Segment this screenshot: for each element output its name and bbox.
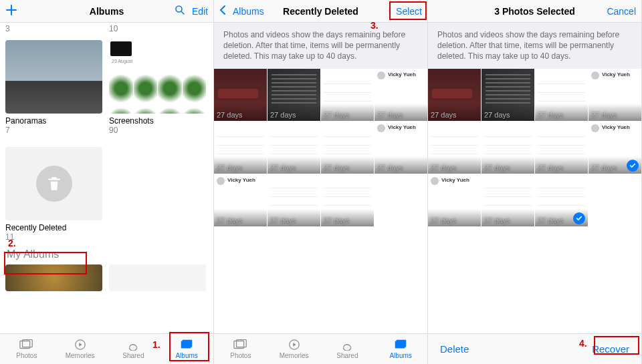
photo-cell[interactable]: 27 days [535, 174, 588, 226]
tab-label: Memories [280, 352, 309, 359]
photo-cell[interactable]: 27 daysVicky Yueh [214, 174, 267, 226]
album-count: 11 [5, 232, 102, 242]
recover-button[interactable]: Recover [592, 343, 629, 355]
tab-label: Memories [66, 352, 95, 359]
pane-albums: Albums Edit 3 10 Panoramas 7 [0, 0, 214, 364]
photo-cell[interactable]: 27 daysVicky Yueh [588, 122, 641, 174]
delete-button[interactable]: Delete [440, 343, 469, 355]
photo-cell[interactable]: 27 daysVicky Yueh [374, 122, 427, 174]
add-icon[interactable] [5, 4, 17, 18]
days-remaining-label: 27 days [538, 216, 564, 224]
days-remaining-label: 27 days [324, 111, 350, 119]
days-remaining-label: 27 days [324, 164, 350, 172]
tab-bar: Photos Memories Shared Albums [0, 333, 213, 364]
svg-rect-10 [397, 340, 407, 347]
chevron-left-icon [219, 5, 226, 17]
photo-cell[interactable]: 27 days [321, 122, 374, 174]
photo-cell[interactable]: 27 days [428, 122, 481, 174]
photo-cell[interactable]: 27 days [321, 69, 374, 121]
album-screenshots[interactable]: 23 August Screenshots 90 [109, 40, 206, 135]
contact-name-label: Vicky Yueh [602, 71, 630, 77]
photo-cell[interactable]: 27 days [481, 122, 534, 174]
selection-toolbar: Delete Recover [428, 333, 641, 364]
days-remaining-label: 27 days [591, 111, 617, 119]
info-banner: Photos and videos show the days remainin… [214, 23, 427, 69]
pane-selection: 3 Photos Selected Cancel Photos and vide… [428, 0, 642, 364]
my-album-tile[interactable] [5, 264, 102, 294]
days-remaining-label: 27 days [538, 164, 564, 172]
days-remaining-label: 27 days [377, 164, 403, 172]
cancel-button[interactable]: Cancel [607, 6, 636, 17]
contact-name-label: Vicky Yueh [227, 177, 255, 183]
tab-label: Albums [389, 352, 411, 359]
days-remaining-label: 27 days [431, 111, 457, 119]
days-remaining-label: 27 days [591, 164, 617, 172]
photo-cell[interactable]: 27 days [268, 69, 320, 121]
back-button[interactable]: Albums [219, 5, 264, 17]
trash-icon [36, 166, 72, 202]
days-remaining-label: 27 days [270, 111, 296, 119]
album-thumb [5, 264, 102, 291]
photo-cell[interactable]: 27 days [535, 122, 588, 174]
photo-cell[interactable]: 27 days [214, 122, 267, 174]
tab-label: Albums [175, 352, 197, 359]
tab-photos[interactable]: Photos [0, 334, 54, 364]
album-thumb [109, 264, 206, 291]
tab-label: Photos [16, 352, 37, 359]
photo-cell[interactable]: 27 days [428, 69, 481, 121]
contact-name-label: Vicky Yueh [602, 124, 630, 130]
nav-bar-recently-deleted: Albums Recently Deleted Select [214, 0, 427, 23]
days-remaining-label: 27 days [484, 164, 510, 172]
tab-albums[interactable]: Albums [374, 334, 427, 364]
photo-grid[interactable]: 27 days27 days27 days27 daysVicky Yueh27… [214, 69, 427, 333]
tab-photos[interactable]: Photos [214, 334, 268, 364]
photo-cell[interactable]: 27 daysVicky Yueh [428, 174, 481, 226]
album-panoramas[interactable]: Panoramas 7 [5, 40, 102, 135]
photo-cell[interactable]: 27 days [481, 69, 534, 121]
tab-memories[interactable]: Memories [268, 334, 321, 364]
album-tile[interactable]: 3 [5, 24, 102, 33]
days-remaining-label: 27 days [217, 164, 243, 172]
album-recently-deleted[interactable]: Recently Deleted 11 [5, 147, 102, 242]
pane-recently-deleted: Albums Recently Deleted Select Photos an… [214, 0, 428, 364]
album-count: 7 [5, 126, 102, 135]
photo-cell[interactable]: 27 days [268, 122, 320, 174]
my-album-tile[interactable] [109, 264, 206, 294]
edit-button[interactable]: Edit [192, 6, 208, 17]
days-remaining-label: 27 days [484, 216, 510, 224]
tab-shared[interactable]: Shared [321, 334, 374, 364]
album-thumb: 23 August [109, 40, 206, 114]
photo-cell[interactable]: 27 daysVicky Yueh [588, 69, 641, 121]
back-label: Albums [233, 6, 264, 17]
info-banner: Photos and videos show the days remainin… [428, 23, 641, 69]
photo-cell[interactable]: 27 daysVicky Yueh [374, 69, 427, 121]
tab-albums[interactable]: Albums [160, 334, 213, 364]
album-thumb [5, 40, 102, 114]
selection-check-icon [573, 212, 585, 224]
tab-label: Photos [230, 352, 251, 359]
tab-memories[interactable]: Memories [54, 334, 107, 364]
photo-cell[interactable]: 27 days [268, 174, 320, 226]
days-remaining-label: 27 days [270, 164, 296, 172]
days-remaining-label: 27 days [431, 216, 457, 224]
photo-cell[interactable]: 27 days [481, 174, 534, 226]
albums-scroll[interactable]: 3 10 Panoramas 7 23 August [0, 23, 213, 333]
svg-rect-5 [183, 340, 193, 347]
select-button[interactable]: Select [396, 6, 422, 17]
tab-shared[interactable]: Shared [107, 334, 160, 364]
photo-cell[interactable]: 27 days [321, 174, 374, 226]
album-tile[interactable]: 10 [109, 24, 206, 33]
tab-bar: Photos Memories Shared Albums [214, 333, 427, 364]
days-remaining-label: 27 days [217, 111, 243, 119]
search-icon[interactable] [175, 5, 185, 17]
contact-name-label: Vicky Yueh [388, 71, 416, 77]
days-remaining-label: 27 days [270, 216, 296, 224]
photo-cell[interactable]: 27 days [535, 69, 588, 121]
nav-bar-selection: 3 Photos Selected Cancel [428, 0, 641, 23]
album-name: Recently Deleted [5, 223, 102, 232]
album-count: 3 [5, 24, 102, 33]
photo-cell[interactable]: 27 days [214, 69, 267, 121]
my-albums-header: My Albums [7, 248, 208, 260]
photo-grid[interactable]: 27 days27 days27 days27 daysVicky Yueh27… [428, 69, 641, 333]
days-remaining-label: 27 days [484, 111, 510, 119]
